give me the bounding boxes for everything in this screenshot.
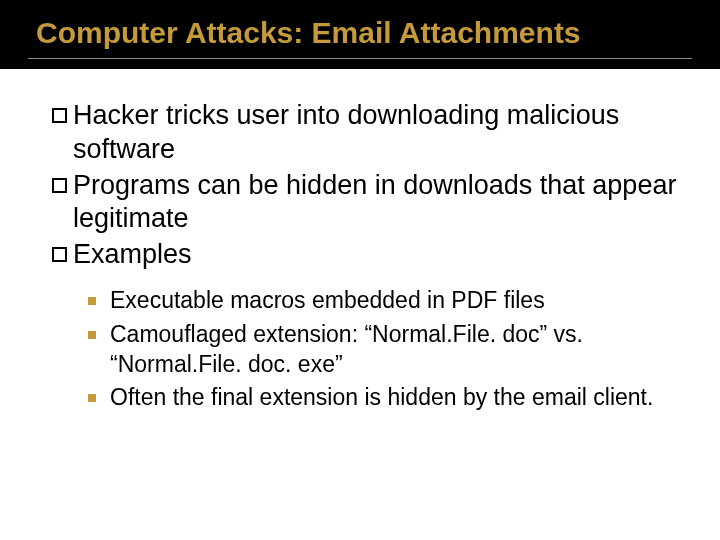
sub-bullet-text: Executable macros embedded in PDF files xyxy=(110,286,545,316)
bullet-text: Programs can be hidden in downloads that… xyxy=(73,169,684,237)
sub-bullet-item: Executable macros embedded in PDF files xyxy=(88,286,684,316)
hollow-square-icon xyxy=(52,247,67,262)
hollow-square-icon xyxy=(52,178,67,193)
sub-bullet-text: Often the final extension is hidden by t… xyxy=(110,383,653,413)
sub-bullet-list: Executable macros embedded in PDF files … xyxy=(52,286,684,414)
filled-square-icon xyxy=(88,394,96,402)
sub-bullet-text: Camouflaged extension: “Normal.File. doc… xyxy=(110,320,684,380)
filled-square-icon xyxy=(88,297,96,305)
slide-title: Computer Attacks: Email Attachments xyxy=(0,16,720,50)
bullet-text: Hacker tricks user into downloading mali… xyxy=(73,99,684,167)
title-underline xyxy=(28,58,692,59)
bullet-item: Hacker tricks user into downloading mali… xyxy=(52,99,684,167)
slide-body: Hacker tricks user into downloading mali… xyxy=(0,69,720,413)
sub-bullet-item: Often the final extension is hidden by t… xyxy=(88,383,684,413)
sub-bullet-item: Camouflaged extension: “Normal.File. doc… xyxy=(88,320,684,380)
bullet-item: Programs can be hidden in downloads that… xyxy=(52,169,684,237)
bullet-item: Examples xyxy=(52,238,684,272)
slide-header: Computer Attacks: Email Attachments xyxy=(0,0,720,69)
filled-square-icon xyxy=(88,331,96,339)
hollow-square-icon xyxy=(52,108,67,123)
bullet-text: Examples xyxy=(73,238,192,272)
